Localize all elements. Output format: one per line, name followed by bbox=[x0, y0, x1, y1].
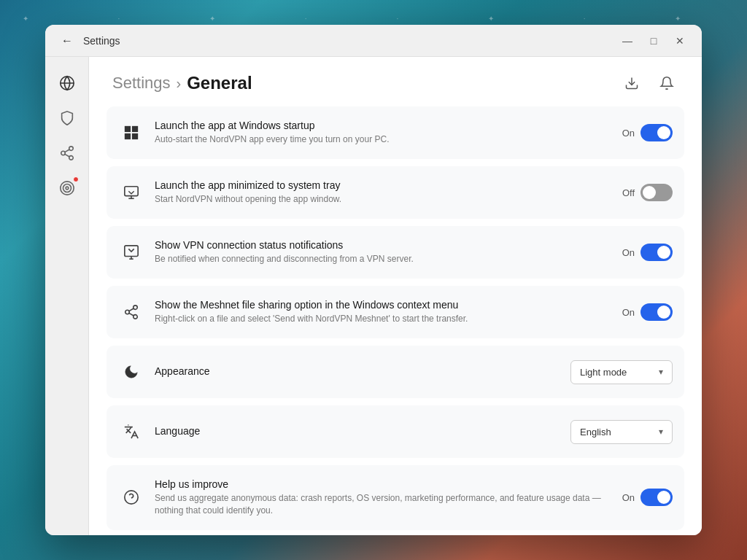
setting-meshnet-context-state: On bbox=[622, 307, 635, 318]
notification-icon[interactable] bbox=[655, 71, 678, 95]
svg-point-20 bbox=[133, 306, 138, 310]
chevron-down-icon: ▾ bbox=[659, 367, 663, 377]
setting-minimized-title: Launch the app minimized to system tray bbox=[155, 179, 622, 191]
setting-meshnet-context-control: On bbox=[622, 303, 673, 321]
setting-minimized: Launch the app minimized to system tray … bbox=[107, 166, 684, 219]
setting-appearance-title: Appearance bbox=[155, 365, 570, 377]
setting-language-control: English ▾ bbox=[570, 420, 673, 444]
setting-startup: Launch the app at Windows startup Auto-s… bbox=[107, 106, 684, 159]
translate-icon bbox=[118, 419, 144, 445]
setting-language-text: Language bbox=[155, 425, 570, 439]
moon-icon bbox=[118, 359, 144, 385]
windows-icon bbox=[118, 120, 144, 146]
setting-meshnet-context-title: Show the Meshnet file sharing option in … bbox=[155, 299, 622, 311]
setting-notifications-text: Show VPN connection status notifications… bbox=[155, 239, 622, 265]
language-dropdown-value: English bbox=[580, 427, 611, 438]
header-icons bbox=[620, 71, 678, 95]
sidebar-item-meshnet[interactable] bbox=[53, 139, 82, 168]
setting-meshnet-context-desc: Right-click on a file and select 'Send w… bbox=[155, 313, 622, 325]
title-bar: ← Settings — □ ✕ bbox=[45, 25, 702, 57]
chevron-down-icon-lang: ▾ bbox=[659, 427, 663, 437]
svg-rect-14 bbox=[132, 133, 138, 139]
settings-list: Launch the app at Windows startup Auto-s… bbox=[89, 106, 702, 535]
svg-line-24 bbox=[129, 308, 133, 311]
setting-startup-title: Launch the app at Windows startup bbox=[155, 120, 622, 131]
content-area: Settings › General bbox=[89, 57, 702, 535]
notification-bell-icon bbox=[118, 239, 144, 265]
setting-notifications-toggle[interactable] bbox=[640, 244, 673, 261]
breadcrumb-separator: › bbox=[177, 75, 182, 92]
setting-appearance-control: Light mode ▾ bbox=[570, 360, 673, 384]
setting-improve-title: Help us improve bbox=[155, 478, 622, 490]
app-window: ← Settings — □ ✕ bbox=[45, 25, 702, 535]
setting-improve-toggle[interactable] bbox=[640, 489, 673, 506]
svg-point-7 bbox=[60, 182, 73, 195]
setting-minimized-state: Off bbox=[622, 187, 635, 198]
setting-improve-state: On bbox=[622, 492, 635, 503]
window-controls: — □ ✕ bbox=[617, 31, 690, 51]
setting-startup-text: Launch the app at Windows startup Auto-s… bbox=[155, 120, 622, 146]
svg-point-4 bbox=[69, 156, 73, 160]
setting-minimized-desc: Start NordVPN without opening the app wi… bbox=[155, 193, 622, 206]
back-button[interactable]: ← bbox=[57, 31, 77, 51]
setting-meshnet-context: Show the Meshnet file sharing option in … bbox=[107, 286, 684, 338]
sidebar-item-target[interactable] bbox=[53, 174, 82, 203]
question-icon bbox=[118, 484, 144, 510]
setting-appearance: Appearance Light mode ▾ bbox=[107, 346, 684, 398]
svg-line-5 bbox=[64, 154, 69, 157]
svg-point-22 bbox=[133, 315, 138, 319]
svg-line-6 bbox=[64, 149, 69, 152]
setting-startup-control: On bbox=[622, 124, 673, 141]
setting-language: Language English ▾ bbox=[107, 405, 684, 458]
sidebar-item-globe[interactable] bbox=[53, 69, 82, 98]
svg-point-8 bbox=[63, 184, 71, 192]
svg-point-25 bbox=[125, 491, 138, 504]
setting-startup-toggle[interactable] bbox=[640, 124, 673, 141]
svg-rect-13 bbox=[125, 133, 131, 139]
breadcrumb-current: General bbox=[187, 73, 252, 93]
svg-point-9 bbox=[66, 187, 69, 190]
setting-notifications-state: On bbox=[622, 247, 635, 258]
setting-minimized-control: Off bbox=[622, 184, 673, 201]
sidebar bbox=[45, 57, 89, 535]
svg-rect-12 bbox=[132, 126, 138, 132]
setting-meshnet-context-toggle[interactable] bbox=[640, 303, 673, 321]
setting-minimized-text: Launch the app minimized to system tray … bbox=[155, 179, 622, 206]
setting-notifications-control: On bbox=[622, 244, 673, 261]
setting-startup-desc: Auto-start the NordVPN app every time yo… bbox=[155, 133, 622, 146]
breadcrumb: Settings › General bbox=[112, 73, 252, 93]
setting-improve-desc: Send us aggregate anonymous data: crash … bbox=[155, 492, 622, 517]
breadcrumb-settings: Settings bbox=[112, 74, 171, 93]
share-icon bbox=[118, 299, 144, 325]
setting-appearance-text: Appearance bbox=[155, 365, 570, 379]
download-icon[interactable] bbox=[620, 71, 643, 95]
setting-improve: Help us improve Send us aggregate anonym… bbox=[107, 465, 684, 530]
setting-notifications-desc: Be notified when connecting and disconne… bbox=[155, 253, 622, 265]
sidebar-item-shield[interactable] bbox=[53, 104, 82, 133]
minimize-button[interactable]: — bbox=[617, 31, 638, 51]
setting-improve-control: On bbox=[622, 489, 673, 506]
setting-minimized-toggle[interactable] bbox=[640, 184, 673, 201]
language-dropdown[interactable]: English ▾ bbox=[570, 420, 673, 444]
setting-meshnet-context-text: Show the Meshnet file sharing option in … bbox=[155, 299, 622, 325]
content-header: Settings › General bbox=[89, 57, 702, 106]
setting-notifications: Show VPN connection status notifications… bbox=[107, 226, 684, 279]
setting-notifications-title: Show VPN connection status notifications bbox=[155, 239, 622, 251]
main-area: Settings › General bbox=[45, 57, 702, 535]
appearance-dropdown[interactable]: Light mode ▾ bbox=[570, 360, 673, 384]
svg-point-3 bbox=[61, 151, 65, 155]
setting-startup-state: On bbox=[622, 128, 635, 139]
setting-language-title: Language bbox=[155, 425, 570, 437]
notification-badge bbox=[73, 176, 79, 182]
close-button[interactable]: ✕ bbox=[670, 31, 690, 51]
setting-improve-text: Help us improve Send us aggregate anonym… bbox=[155, 478, 622, 517]
svg-point-2 bbox=[69, 147, 73, 151]
maximize-button[interactable]: □ bbox=[643, 31, 664, 51]
svg-rect-11 bbox=[125, 126, 131, 132]
appearance-dropdown-value: Light mode bbox=[580, 367, 627, 378]
svg-point-21 bbox=[125, 310, 130, 314]
tray-icon bbox=[118, 179, 144, 206]
svg-line-23 bbox=[129, 313, 133, 316]
window-title: Settings bbox=[83, 35, 617, 47]
